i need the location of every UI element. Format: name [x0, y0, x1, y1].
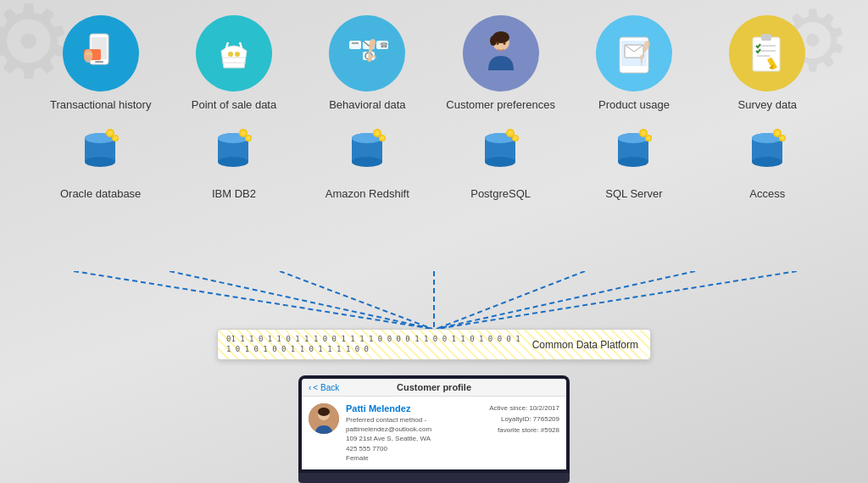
cdp-binary-text: 01 1 1 0 1 1 0 1 1 1 0 0 1 1 1 1 0 0 0 0…	[226, 335, 526, 354]
db-icon-oracle	[71, 121, 131, 180]
back-button[interactable]: ‹ < Back	[309, 383, 339, 392]
icon-circle-behavioral: ☎	[329, 15, 405, 92]
profile-address: 109 21st Ave S, Seattle, WA	[346, 434, 482, 443]
svg-point-5	[84, 49, 92, 63]
screen-header: ‹ < Back Customer profile	[302, 379, 566, 397]
label-access: Access	[749, 187, 785, 200]
label-redshift: Amazon Redshift	[326, 187, 409, 200]
svg-line-84	[437, 271, 585, 329]
label-ibm: IBM DB2	[212, 187, 256, 200]
svg-line-86	[437, 271, 797, 329]
icon-item-transactional: Transactional history	[46, 15, 156, 113]
screen-body: Patti Melendez Preferred contact method …	[302, 397, 566, 469]
db-item-access: Access	[712, 121, 822, 200]
svg-line-81	[170, 271, 432, 329]
db-icon-ibm	[204, 121, 264, 180]
svg-point-61	[508, 130, 513, 136]
label-customer: Customer preferences	[446, 98, 555, 113]
svg-point-42	[218, 157, 248, 167]
db-icon-redshift	[337, 121, 397, 180]
label-pos: Point of sale data	[192, 98, 276, 113]
svg-point-69	[641, 130, 646, 136]
svg-line-85	[437, 271, 695, 329]
icon-item-product: Product usage	[579, 15, 689, 113]
profile-right-info: Active since: 10/2/2017 LoyaltyID: 77652…	[489, 403, 559, 463]
svg-point-66	[618, 157, 648, 167]
profile-info: Patti Melendez Preferred contact method …	[346, 403, 482, 463]
label-oracle: Oracle database	[60, 187, 141, 200]
db-item-sqlserver: SQL Server	[579, 121, 689, 200]
svg-point-19	[490, 36, 497, 46]
profile-contact: Preferred contact method - pattimelendez…	[346, 415, 482, 434]
svg-point-39	[114, 136, 118, 141]
icon-circle-customer	[463, 15, 539, 92]
svg-line-80	[74, 271, 432, 329]
svg-rect-10	[349, 41, 361, 49]
db-icon-sqlserver	[604, 121, 664, 180]
svg-point-34	[85, 157, 115, 167]
svg-rect-2	[95, 61, 103, 63]
icon-circle-survey	[729, 15, 805, 92]
database-row: Oracle database IBM DB2	[0, 113, 868, 200]
svg-point-77	[775, 130, 780, 136]
screen-inner: ‹ < Back Customer profile	[302, 379, 566, 469]
icon-circle-product	[596, 15, 672, 92]
db-icon-postgresql	[471, 121, 531, 180]
svg-point-20	[496, 42, 498, 45]
profile-name: Patti Melendez	[346, 403, 482, 414]
svg-point-55	[380, 136, 384, 141]
screen-title: Customer profile	[397, 382, 471, 392]
svg-point-53	[375, 130, 380, 136]
db-icon-access	[737, 121, 797, 180]
laptop-screen: ‹ < Back Customer profile	[298, 375, 570, 473]
label-survey: Survey data	[738, 98, 797, 113]
icon-item-pos: Point of sale data	[179, 15, 289, 113]
profile-loyalty-id: LoyaltyID: 7765209	[489, 414, 559, 425]
svg-point-79	[780, 136, 784, 141]
profile-avatar	[309, 403, 339, 434]
laptop-base	[298, 473, 570, 483]
profile-gender: Female	[346, 453, 482, 463]
svg-rect-26	[761, 34, 771, 41]
back-label: < Back	[313, 383, 339, 392]
svg-point-58	[485, 157, 515, 167]
back-chevron-icon: ‹	[309, 383, 311, 392]
icon-circle-pos	[196, 15, 272, 92]
icon-circle-transactional	[63, 15, 139, 92]
svg-point-21	[503, 42, 505, 45]
label-product: Product usage	[598, 98, 670, 113]
svg-point-71	[647, 136, 651, 141]
label-postgresql: PostgreSQL	[470, 187, 531, 200]
svg-point-45	[241, 130, 246, 136]
icon-item-customer: Customer preferences	[446, 15, 556, 113]
db-item-oracle: Oracle database	[46, 121, 156, 200]
svg-point-8	[228, 52, 233, 57]
icon-item-survey: Survey data	[712, 15, 822, 113]
svg-point-90	[318, 408, 330, 416]
svg-text:☎: ☎	[380, 42, 388, 49]
label-transactional: Transactional history	[50, 98, 151, 113]
db-item-ibm: IBM DB2	[179, 121, 289, 200]
profile-phone: 425 555 7700	[346, 444, 482, 453]
svg-point-50	[352, 157, 382, 167]
svg-point-9	[235, 52, 240, 57]
label-sqlserver: SQL Server	[605, 187, 662, 200]
svg-point-37	[108, 130, 113, 136]
laptop-container: ‹ < Back Customer profile	[298, 375, 570, 483]
db-item-postgresql: PostgreSQL	[446, 121, 556, 200]
label-behavioral: Behavioral data	[329, 98, 405, 113]
main-container: ⚙ ⚙ Transactional history	[0, 0, 868, 483]
cdp-label: Common Data Platform	[532, 339, 638, 351]
db-item-redshift: Amazon Redshift	[312, 121, 422, 200]
svg-point-74	[752, 157, 782, 167]
svg-point-63	[514, 136, 518, 141]
profile-favorite-store: favorite store: #5928	[489, 425, 559, 436]
profile-active-since: Active since: 10/2/2017	[489, 403, 559, 414]
data-sources-row: Transactional history Point of sale data	[0, 0, 868, 113]
cdp-box: 01 1 1 0 1 1 0 1 1 1 0 0 1 1 1 1 0 0 0 0…	[217, 329, 651, 360]
svg-point-47	[247, 136, 251, 141]
icon-item-behavioral: ☎ Behavioral data	[312, 15, 422, 113]
